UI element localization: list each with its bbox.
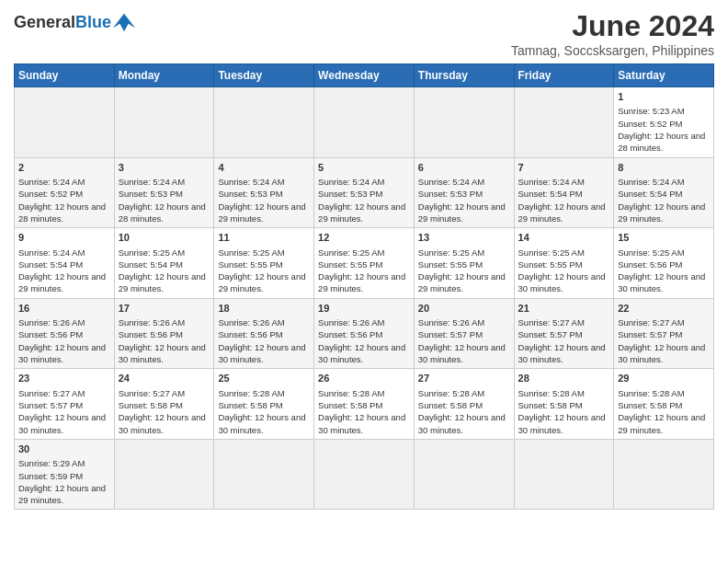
day-info: Daylight: 12 hours and 30 minutes. (119, 341, 210, 366)
calendar-day-cell (414, 439, 514, 510)
day-number: 3 (119, 161, 210, 175)
day-info: Daylight: 12 hours and 30 minutes. (518, 341, 610, 366)
day-info: Sunset: 5:56 PM (218, 328, 310, 340)
calendar-day-cell: 10Sunrise: 5:25 AMSunset: 5:54 PMDayligh… (114, 228, 214, 299)
day-info: Sunset: 5:57 PM (18, 399, 110, 411)
day-number: 22 (618, 302, 710, 316)
calendar-day-cell: 1Sunrise: 5:23 AMSunset: 5:52 PMDaylight… (614, 87, 714, 158)
day-info: Sunrise: 5:26 AM (119, 316, 210, 328)
day-info: Sunset: 5:56 PM (18, 328, 110, 340)
day-number: 18 (218, 302, 310, 316)
day-info: Sunrise: 5:24 AM (318, 176, 410, 188)
calendar-day-cell: 8Sunrise: 5:24 AMSunset: 5:54 PMDaylight… (614, 157, 714, 228)
calendar-day-cell (15, 87, 115, 158)
weekday-saturday: Saturday (614, 64, 714, 87)
day-number: 17 (119, 302, 210, 316)
calendar-day-cell: 27Sunrise: 5:28 AMSunset: 5:58 PMDayligh… (414, 369, 514, 440)
day-number: 10 (119, 231, 210, 245)
weekday-thursday: Thursday (414, 64, 514, 87)
day-info: Daylight: 12 hours and 29 minutes. (618, 411, 710, 436)
day-info: Sunrise: 5:25 AM (618, 247, 710, 259)
weekday-monday: Monday (114, 64, 214, 87)
day-info: Sunrise: 5:24 AM (418, 176, 510, 188)
day-number: 19 (318, 302, 410, 316)
day-info: Sunset: 5:58 PM (518, 399, 610, 411)
day-info: Sunset: 5:57 PM (418, 328, 510, 340)
weekday-sunday: Sunday (15, 64, 115, 87)
calendar-day-cell: 11Sunrise: 5:25 AMSunset: 5:55 PMDayligh… (214, 228, 314, 299)
day-number: 2 (18, 161, 110, 175)
day-info: Sunset: 5:58 PM (119, 399, 210, 411)
day-info: Daylight: 12 hours and 29 minutes. (318, 270, 410, 295)
calendar-day-cell: 16Sunrise: 5:26 AMSunset: 5:56 PMDayligh… (15, 298, 115, 369)
calendar-day-cell (114, 439, 214, 510)
calendar-day-cell: 21Sunrise: 5:27 AMSunset: 5:57 PMDayligh… (514, 298, 614, 369)
day-info: Daylight: 12 hours and 29 minutes. (618, 201, 710, 225)
calendar-week-3: 16Sunrise: 5:26 AMSunset: 5:56 PMDayligh… (15, 298, 714, 369)
calendar-day-cell: 19Sunrise: 5:26 AMSunset: 5:56 PMDayligh… (314, 298, 415, 369)
calendar-day-cell (414, 87, 514, 158)
day-info: Sunrise: 5:26 AM (18, 316, 110, 328)
day-number: 30 (18, 442, 110, 456)
calendar-day-cell (514, 87, 614, 158)
day-info: Daylight: 12 hours and 28 minutes. (18, 201, 110, 225)
day-number: 23 (18, 372, 110, 385)
day-info: Sunset: 5:56 PM (318, 328, 410, 340)
day-info: Sunset: 5:56 PM (618, 259, 710, 270)
day-info: Sunrise: 5:28 AM (318, 387, 410, 399)
day-number: 11 (218, 231, 310, 245)
calendar-week-2: 9Sunrise: 5:24 AMSunset: 5:54 PMDaylight… (15, 228, 714, 299)
calendar-day-cell: 12Sunrise: 5:25 AMSunset: 5:55 PMDayligh… (314, 228, 415, 299)
calendar-day-cell: 5Sunrise: 5:24 AMSunset: 5:53 PMDaylight… (314, 157, 415, 228)
calendar-day-cell (314, 87, 415, 158)
logo-bird-icon (111, 9, 137, 35)
day-number: 7 (518, 161, 610, 175)
calendar-day-cell (114, 87, 214, 158)
calendar-day-cell: 14Sunrise: 5:25 AMSunset: 5:55 PMDayligh… (514, 228, 614, 299)
calendar-day-cell (614, 439, 714, 510)
calendar-day-cell: 7Sunrise: 5:24 AMSunset: 5:54 PMDaylight… (514, 157, 614, 228)
day-info: Sunset: 5:58 PM (218, 399, 310, 411)
calendar-day-cell: 6Sunrise: 5:24 AMSunset: 5:53 PMDaylight… (414, 157, 514, 228)
day-info: Sunset: 5:55 PM (518, 259, 610, 270)
calendar-table: SundayMondayTuesdayWednesdayThursdayFrid… (14, 63, 714, 510)
day-info: Sunset: 5:55 PM (318, 259, 410, 270)
day-number: 8 (618, 161, 710, 175)
day-number: 13 (418, 231, 510, 245)
day-info: Daylight: 12 hours and 30 minutes. (618, 341, 710, 366)
calendar-week-1: 2Sunrise: 5:24 AMSunset: 5:52 PMDaylight… (15, 157, 714, 228)
day-info: Daylight: 12 hours and 29 minutes. (318, 201, 410, 225)
day-info: Daylight: 12 hours and 28 minutes. (119, 201, 210, 225)
day-info: Daylight: 12 hours and 30 minutes. (418, 341, 510, 366)
day-info: Sunrise: 5:26 AM (318, 316, 410, 328)
day-info: Daylight: 12 hours and 30 minutes. (418, 411, 510, 436)
day-info: Sunrise: 5:24 AM (518, 176, 610, 188)
day-info: Sunrise: 5:24 AM (218, 176, 310, 188)
day-info: Sunrise: 5:26 AM (418, 316, 510, 328)
calendar-day-cell: 29Sunrise: 5:28 AMSunset: 5:58 PMDayligh… (614, 369, 714, 440)
day-number: 16 (18, 302, 110, 316)
day-number: 27 (418, 372, 510, 385)
calendar-header: SundayMondayTuesdayWednesdayThursdayFrid… (15, 64, 714, 87)
day-info: Sunset: 5:53 PM (418, 188, 510, 200)
calendar-day-cell: 26Sunrise: 5:28 AMSunset: 5:58 PMDayligh… (314, 369, 415, 440)
day-number: 29 (618, 372, 710, 385)
calendar-day-cell (514, 439, 614, 510)
day-info: Sunrise: 5:29 AM (18, 457, 110, 469)
day-number: 15 (618, 231, 710, 245)
calendar-day-cell (314, 439, 415, 510)
day-number: 5 (318, 161, 410, 175)
day-info: Sunset: 5:55 PM (218, 259, 310, 270)
day-info: Sunrise: 5:28 AM (518, 387, 610, 399)
day-info: Sunset: 5:52 PM (618, 118, 710, 130)
day-info: Daylight: 12 hours and 30 minutes. (18, 341, 110, 366)
day-info: Sunrise: 5:24 AM (18, 176, 110, 188)
day-info: Sunrise: 5:25 AM (218, 247, 310, 259)
day-info: Sunset: 5:58 PM (318, 399, 410, 411)
day-info: Sunset: 5:59 PM (18, 470, 110, 482)
day-number: 12 (318, 231, 410, 245)
calendar-day-cell: 2Sunrise: 5:24 AMSunset: 5:52 PMDaylight… (15, 157, 115, 228)
day-number: 14 (518, 231, 610, 245)
day-info: Sunrise: 5:28 AM (418, 387, 510, 399)
day-info: Sunset: 5:57 PM (618, 328, 710, 340)
